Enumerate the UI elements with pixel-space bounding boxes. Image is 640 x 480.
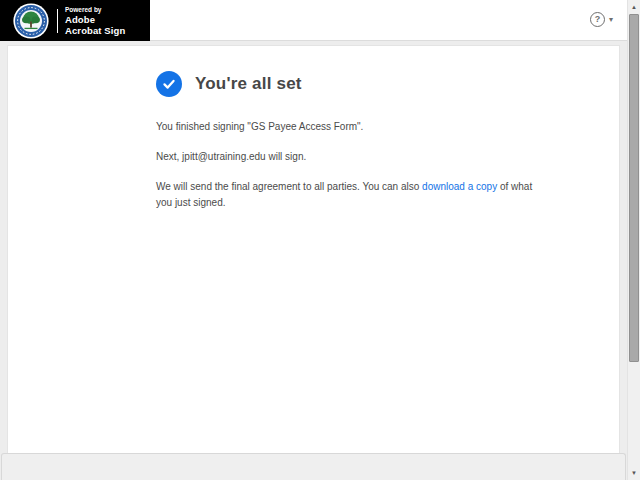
- final-text-before-link: We will send the final agreement to all …: [156, 181, 422, 192]
- brand-badge: Powered by Adobe Acrobat Sign: [0, 0, 150, 41]
- download-copy-link[interactable]: download a copy: [422, 181, 497, 192]
- acrobat-sign-page: Powered by Adobe Acrobat Sign ? ▾ You're…: [0, 0, 640, 480]
- scrollbar-thumb[interactable]: [629, 14, 639, 362]
- university-seal-logo: [13, 3, 49, 39]
- page-title: You're all set: [195, 74, 302, 94]
- powered-by-label: Powered by: [65, 5, 125, 14]
- adobe-label: Adobe: [65, 14, 125, 25]
- question-circle-icon: ?: [590, 12, 605, 27]
- success-check-icon: [156, 71, 182, 97]
- page-header: Powered by Adobe Acrobat Sign ? ▾: [0, 0, 627, 41]
- acrobat-sign-label: Acrobat Sign: [65, 25, 125, 36]
- vertical-scrollbar[interactable]: ▲ ▼: [627, 0, 640, 480]
- final-agreement-text: We will send the final agreement to all …: [156, 179, 541, 211]
- chevron-down-icon: ▾: [609, 16, 613, 24]
- content-background: You're all set You finished signing "GS …: [0, 41, 627, 453]
- status-row: You're all set: [156, 71, 579, 97]
- brand-text: Powered by Adobe Acrobat Sign: [65, 5, 125, 36]
- scroll-up-button[interactable]: ▲: [628, 0, 640, 14]
- scroll-down-button[interactable]: ▼: [628, 466, 640, 480]
- help-button[interactable]: ? ▾: [590, 12, 613, 27]
- body-copy: You finished signing "GS Payee Access Fo…: [156, 119, 579, 211]
- confirmation-card: You're all set You finished signing "GS …: [7, 45, 620, 453]
- next-signer-text: Next, jpitt@utraining.edu will sign.: [156, 149, 579, 165]
- finished-signing-text: You finished signing "GS Payee Access Fo…: [156, 119, 579, 135]
- brand-divider: [57, 9, 58, 33]
- footer-bar: [1, 453, 626, 480]
